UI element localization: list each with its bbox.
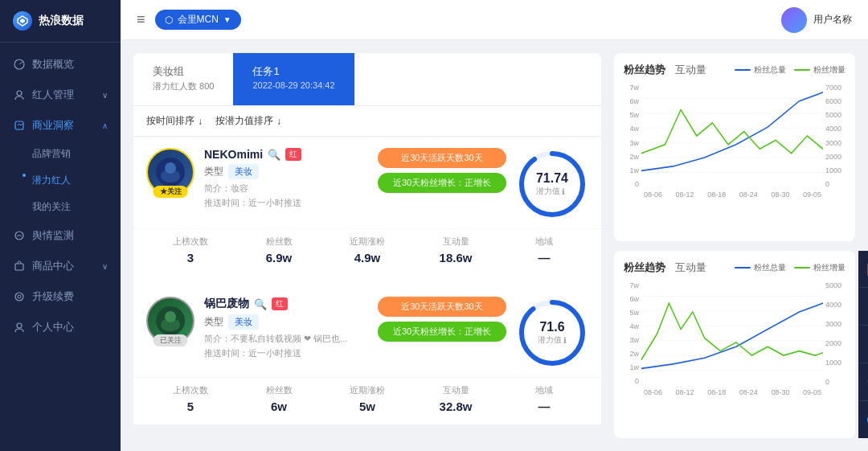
card2-action1: 近30天活跃天数30天 bbox=[378, 297, 506, 317]
profile-icon bbox=[13, 321, 26, 334]
svg-rect-4 bbox=[15, 121, 23, 129]
card1-action2: 近30天粉丝增长：正增长 bbox=[378, 173, 506, 193]
chart1-y-right: 70006000500040003000200010000 bbox=[823, 84, 845, 188]
card2-type-label: 类型 bbox=[204, 315, 223, 329]
svg-point-3 bbox=[17, 91, 22, 96]
sidebar-label-potential: 潜力红人 bbox=[32, 174, 71, 186]
chart2-x-labels: 08-0608-1208-1808-2408-3009-05 bbox=[624, 388, 845, 396]
sidebar-subitem-potential[interactable]: 潜力红人 bbox=[0, 167, 121, 194]
chart1-svg-container bbox=[641, 84, 823, 188]
chart2-svg-container bbox=[641, 281, 823, 386]
tab-makeup[interactable]: 美妆组 潜力红人数 800 bbox=[133, 53, 233, 105]
card1-name: NEKOmimi bbox=[204, 148, 263, 161]
sidebar-label-my-follow: 我的关注 bbox=[32, 201, 71, 212]
card2-stat-3: 互动量 32.8w bbox=[411, 384, 500, 413]
user-name: 用户名称 bbox=[813, 13, 852, 27]
card2-verified-icon: 🔍 bbox=[254, 298, 267, 310]
action-btn-headset[interactable]: 🎧 bbox=[858, 363, 868, 401]
action-btn-diamond[interactable]: ◆ bbox=[858, 288, 868, 326]
logo-icon bbox=[13, 11, 32, 31]
influencer-mgmt-arrow: ∨ bbox=[102, 91, 108, 100]
sidebar-item-profile[interactable]: 个人中心 bbox=[0, 312, 121, 342]
chart2-area: 7w6w5w4w3w2w1w0 bbox=[624, 281, 845, 386]
filter-time[interactable]: 按时间排序 ↓ bbox=[146, 114, 203, 128]
filter-time-label: 按时间排序 bbox=[146, 114, 194, 128]
card2-stat-0-label: 上榜次数 bbox=[146, 384, 235, 396]
card2-type-row: 类型 美妆 bbox=[204, 314, 368, 330]
card1-info: NEKOmimi 🔍 红 类型 美妆 简介：妆容 推送时间：近一小时推送 bbox=[204, 148, 368, 209]
sidebar-item-business[interactable]: 商业洞察 ∧ bbox=[0, 110, 121, 141]
mcn-badge[interactable]: ⬡ 会里MCN ▼ bbox=[155, 10, 241, 30]
left-panel: 美妆组 潜力红人数 800 任务1 2022-08-29 20:34:42 按时… bbox=[133, 53, 601, 438]
card1-stat-1-label: 粉丝数 bbox=[235, 236, 323, 248]
content-area: 美妆组 潜力红人数 800 任务1 2022-08-29 20:34:42 按时… bbox=[121, 40, 868, 451]
filter-potential[interactable]: 按潜力值排序 ↓ bbox=[215, 114, 281, 128]
sidebar-label-overview: 数据概览 bbox=[32, 57, 74, 72]
mcn-dropdown-icon: ▼ bbox=[223, 15, 231, 24]
main-content: ≡ ⬡ 会里MCN ▼ 用户名称 美妆组 潜力红人数 800 任务1 2022-… bbox=[121, 0, 868, 451]
influencer-main-1: ★关注 NEKOmimi 🔍 红 类型 美妆 bbox=[133, 137, 601, 220]
right-action-panel: 📋 ◆ ◇ 🎧 🌐 bbox=[858, 251, 868, 439]
tab-makeup-label: 美妆组 bbox=[153, 64, 214, 79]
sidebar-item-products[interactable]: 商品中心 ∨ bbox=[0, 251, 121, 281]
sidebar-logo: 热浪数据 bbox=[0, 0, 121, 43]
sidebar-label-profile: 个人中心 bbox=[32, 320, 74, 334]
logo-text: 热浪数据 bbox=[39, 14, 84, 28]
card1-actions: 近30天活跃天数30天 近30天粉丝增长：正增长 bbox=[378, 148, 506, 193]
sidebar-item-influencer-mgmt[interactable]: 红人管理 ∨ bbox=[0, 80, 121, 110]
card1-score-info-icon: ℹ bbox=[562, 187, 565, 196]
action-btn-doc[interactable]: 📋 bbox=[858, 251, 868, 289]
chart2-legend-total: 粉丝总量 bbox=[735, 262, 786, 273]
influencer-card-2: 已关注 锅巴废物 🔍 红 类型 美妆 bbox=[133, 285, 601, 424]
action-btn-globe[interactable]: 🌐 bbox=[858, 401, 868, 438]
chart1-legend-total-line bbox=[735, 69, 751, 71]
avatar bbox=[781, 7, 807, 33]
card2-follow-badge[interactable]: 已关注 bbox=[154, 334, 188, 346]
chart-card-1: 粉丝趋势 互动量 粉丝总量 粉丝增量 bbox=[614, 53, 855, 241]
sidebar-item-upgrade[interactable]: 升级续费 bbox=[0, 281, 121, 312]
chart1-x-labels: 08-0608-1208-1808-2408-3009-05 bbox=[624, 191, 845, 199]
menu-icon[interactable]: ≡ bbox=[137, 11, 145, 28]
card2-stat-0-value: 5 bbox=[146, 400, 235, 413]
action-btn-chart[interactable]: ◇ bbox=[858, 326, 868, 363]
chart1-header: 粉丝趋势 互动量 粉丝总量 粉丝增量 bbox=[624, 63, 845, 77]
svg-point-7 bbox=[15, 293, 23, 301]
card2-stat-1-label: 粉丝数 bbox=[235, 384, 323, 396]
filter-potential-icon: ↓ bbox=[276, 116, 281, 127]
chart2-title2: 互动量 bbox=[675, 260, 706, 275]
card2-stat-4-label: 地域 bbox=[500, 384, 588, 396]
card2-score-label: 潜力值 ℹ bbox=[538, 334, 567, 346]
sidebar-label-products: 商品中心 bbox=[32, 259, 74, 273]
sidebar-label-brand: 品牌营销 bbox=[32, 148, 71, 159]
sentiment-icon bbox=[13, 229, 26, 242]
card1-score-value: 71.74 bbox=[536, 171, 568, 186]
upgrade-icon bbox=[13, 290, 26, 303]
tab-task1[interactable]: 任务1 2022-08-29 20:34:42 bbox=[233, 53, 354, 105]
sidebar-item-sentiment[interactable]: 舆情监测 bbox=[0, 220, 121, 251]
card2-info: 锅巴废物 🔍 红 类型 美妆 简介：不要私自转载视频 ❤ 锅巴也... 推送时间… bbox=[204, 297, 368, 359]
card2-stat-3-label: 互动量 bbox=[411, 384, 500, 396]
card1-stat-2-value: 4.9w bbox=[323, 251, 411, 264]
card1-level: 红 bbox=[285, 148, 301, 161]
card2-desc: 简介：不要私自转载视频 ❤ 锅巴也... bbox=[204, 333, 368, 345]
products-icon bbox=[13, 260, 26, 273]
card1-name-row: NEKOmimi 🔍 红 bbox=[204, 148, 368, 161]
sidebar: 热浪数据 数据概览 红人管理 ∨ 商业洞察 ∧ 品牌营销 bbox=[0, 0, 121, 451]
card1-follow-badge[interactable]: ★关注 bbox=[154, 186, 188, 198]
chart1-legend-total: 粉丝总量 bbox=[735, 64, 786, 76]
sidebar-subitem-brand[interactable]: 品牌营销 bbox=[0, 141, 121, 167]
sidebar-subitem-my-follow[interactable]: 我的关注 bbox=[0, 194, 121, 220]
sidebar-item-overview[interactable]: 数据概览 bbox=[0, 49, 121, 80]
card1-stat-2: 近期涨粉 4.9w bbox=[323, 236, 411, 264]
card1-stat-0-value: 3 bbox=[146, 251, 235, 264]
influencer-cards: ★关注 NEKOmimi 🔍 红 类型 美妆 bbox=[133, 137, 601, 424]
chart1-legend-incr: 粉丝增量 bbox=[794, 64, 845, 76]
header-right: 用户名称 bbox=[781, 7, 852, 33]
business-arrow: ∧ bbox=[102, 121, 108, 130]
sidebar-menu: 数据概览 红人管理 ∨ 商业洞察 ∧ 品牌营销 潜力红人 我的关注 bbox=[0, 43, 121, 451]
chart1-legend: 粉丝总量 粉丝增量 bbox=[735, 64, 845, 76]
card1-stat-2-label: 近期涨粉 bbox=[323, 236, 411, 248]
card1-type-tag: 美妆 bbox=[228, 164, 259, 179]
chart1-title2: 互动量 bbox=[675, 63, 706, 77]
card1-verified-icon: 🔍 bbox=[268, 149, 280, 161]
